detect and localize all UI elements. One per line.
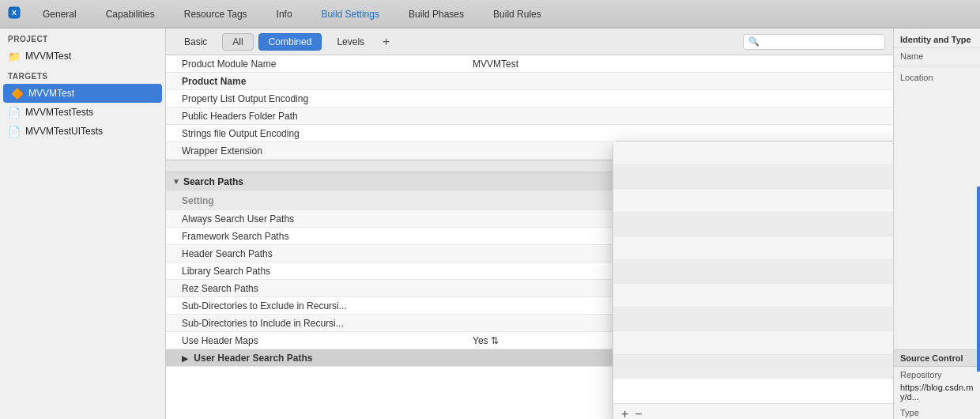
setting-value[interactable] [466, 80, 893, 83]
sub-tab-levels[interactable]: Levels [326, 33, 375, 51]
popup-row [613, 213, 893, 236]
settings-wrapper: Product Module Name MVVMTest Product Nam… [166, 55, 893, 419]
sidebar-item-mvvmtest[interactable]: 🔶 MVVMTest [3, 84, 162, 103]
setting-name: Library Search Paths [166, 264, 466, 278]
sidebar: PROJECT 📁 MVVMTest TARGETS 🔶 MVVMTest 📄 … [0, 28, 166, 419]
setting-value[interactable] [466, 115, 893, 118]
tab-bar: X General Capabilities Resource Tags Inf… [0, 0, 980, 28]
popup-row [613, 331, 893, 355]
sub-tab-combined[interactable]: Combined [258, 33, 322, 51]
popup-row [613, 189, 893, 213]
location-label: Location [894, 70, 980, 84]
setting-name: ▶ User Header Search Paths [166, 351, 466, 365]
right-accent-bar [977, 187, 980, 372]
target-uitests-icon: 📄 [8, 125, 21, 138]
section-title: Search Paths [183, 176, 243, 187]
setting-text: User Header Search Paths [194, 353, 312, 364]
popup-row [613, 236, 893, 260]
target-uitests-label: MVVMTestUITests [25, 126, 103, 137]
main-layout: PROJECT 📁 MVVMTest TARGETS 🔶 MVVMTest 📄 … [0, 28, 980, 419]
target-mvvmtest-label: MVVMTest [28, 88, 74, 99]
setting-name: Strings file Output Encoding [166, 126, 466, 141]
setting-name: Sub-Directories to Exclude in Recursi... [166, 299, 466, 313]
setting-name: Framework Search Paths [166, 229, 466, 243]
popup-row [613, 355, 893, 379]
search-icon: 🔍 [748, 36, 760, 47]
type-label: Type [894, 405, 980, 419]
popup-row [613, 142, 893, 165]
setting-name: Wrapper Extension [166, 144, 466, 158]
sub-tab-basic[interactable]: Basic [174, 33, 217, 51]
setting-name: Product Name [166, 74, 466, 89]
project-label: MVVMTest [25, 51, 71, 62]
sidebar-item-mvvmtestuitests[interactable]: 📄 MVVMTestUITests [0, 122, 165, 141]
divider [894, 66, 980, 66]
add-setting-button[interactable]: + [379, 35, 393, 49]
repository-label: Repository [894, 367, 980, 381]
popup-row [613, 284, 893, 308]
setting-name: Use Header Maps [166, 334, 466, 348]
target-mvvmtest-icon: 🔶 [11, 87, 24, 100]
sidebar-item-mvvmtesttests[interactable]: 📄 MVVMTestTests [0, 103, 165, 122]
svg-text:X: X [12, 9, 17, 17]
repository-value: https://blog.csdn.my/d... [894, 381, 980, 405]
tab-info[interactable]: Info [262, 0, 307, 28]
setting-name: Rez Search Paths [166, 281, 466, 296]
xcode-icon: X [8, 6, 21, 21]
setting-name: Product Module Name [166, 57, 466, 71]
popup-footer: + − [613, 403, 893, 419]
table-row: Strings file Output Encoding [166, 125, 893, 142]
setting-value[interactable] [466, 132, 893, 135]
search-paths-popup: + − [612, 141, 893, 419]
tab-build-settings[interactable]: Build Settings [307, 0, 394, 28]
content-area: Basic All Combined Levels + 🔍 Product Mo… [166, 28, 893, 419]
setting-value[interactable]: MVVMTest [466, 57, 893, 71]
tab-general[interactable]: General [28, 0, 92, 28]
table-row: Public Headers Folder Path [166, 108, 893, 125]
popup-row [613, 308, 893, 331]
right-panel-title: Identity and Type [894, 28, 980, 48]
tab-resource-tags[interactable]: Resource Tags [170, 0, 262, 28]
tab-build-rules[interactable]: Build Rules [479, 0, 556, 28]
project-section-title: PROJECT [0, 28, 165, 47]
setting-name: Header Search Paths [166, 247, 466, 261]
expand-arrow: ▶ [182, 354, 188, 363]
tab-build-phases[interactable]: Build Phases [394, 0, 479, 28]
sub-toolbar: Basic All Combined Levels + 🔍 [166, 28, 893, 55]
search-box: 🔍 [743, 34, 885, 50]
sub-tab-all[interactable]: All [222, 33, 253, 51]
table-row: Property List Output Encoding [166, 90, 893, 108]
collapse-triangle: ▼ [172, 177, 180, 186]
setting-name: Sub-Directories to Include in Recursi... [166, 316, 466, 330]
search-input[interactable] [763, 36, 880, 47]
setting-col-header: Setting [166, 194, 466, 208]
source-control-title: Source Control [894, 349, 980, 367]
table-row: Product Name [166, 73, 893, 90]
popup-content [613, 142, 893, 403]
setting-name: Public Headers Folder Path [166, 109, 466, 123]
setting-name: Always Search User Paths [166, 212, 466, 226]
target-tests-icon: 📄 [8, 106, 21, 119]
right-panel: Identity and Type Name Location Source C… [893, 28, 980, 419]
popup-remove-button[interactable]: − [635, 407, 642, 419]
setting-value[interactable] [466, 97, 893, 100]
popup-add-button[interactable]: + [621, 407, 628, 419]
sidebar-item-project[interactable]: 📁 MVVMTest [0, 47, 165, 66]
setting-name: Property List Output Encoding [166, 92, 466, 106]
target-tests-label: MVVMTestTests [25, 107, 93, 118]
popup-row [613, 260, 893, 284]
popup-row [613, 165, 893, 189]
table-row: Product Module Name MVVMTest [166, 55, 893, 73]
name-label: Name [894, 48, 980, 62]
targets-section-title: TARGETS [0, 66, 165, 84]
tab-capabilities[interactable]: Capabilities [92, 0, 170, 28]
project-icon: 📁 [8, 50, 21, 62]
